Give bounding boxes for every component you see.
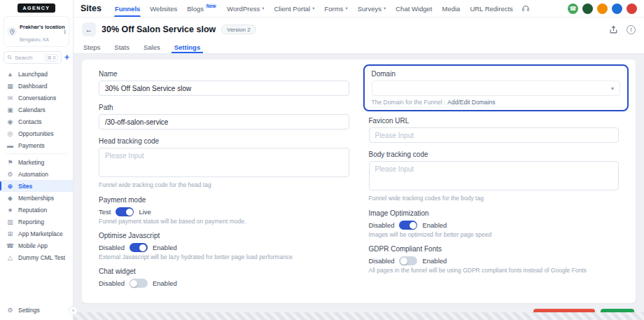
conversations-icon: ✉	[6, 95, 14, 102]
payments-icon: ▬	[6, 142, 14, 149]
search-placeholder: Search	[15, 55, 32, 61]
sidebar-item-contacts[interactable]: ◉Contacts	[0, 116, 73, 127]
sidebar-item-payments[interactable]: ▬Payments	[0, 139, 73, 151]
phone-icon[interactable]: ☎	[568, 4, 578, 14]
search-shortcut: ⌘ K	[45, 54, 58, 62]
search-icon	[7, 55, 13, 60]
body-tracking-textarea[interactable]	[369, 161, 620, 190]
chat-widget-label: Chat widget	[99, 267, 349, 275]
head-tracking-textarea[interactable]	[99, 148, 349, 177]
toggle-off-label: Test	[99, 208, 111, 216]
sidebar-collapse-button[interactable]: ‹	[69, 306, 78, 315]
sidebar-nav: ▲Launchpad ▦Dashboard ✉Conversations ▣Ca…	[0, 67, 73, 302]
new-badge: New	[205, 4, 217, 8]
agency-logo: AGENCY	[18, 4, 56, 13]
toggle-knob	[130, 280, 137, 287]
test-icon: △	[6, 254, 14, 261]
share-icon[interactable]	[609, 25, 618, 34]
toggle-on-label: Enabled	[153, 279, 177, 287]
sidebar-item-reporting[interactable]: ▥Reporting	[0, 216, 73, 228]
tab-surveys[interactable]: Surveys▾	[353, 0, 391, 17]
tab-wordpress[interactable]: WordPress▾	[222, 0, 269, 17]
avatar[interactable]	[582, 4, 593, 14]
launchpad-icon: ▲	[6, 71, 14, 78]
sites-icon: ⊕	[6, 183, 14, 190]
tab-blogs[interactable]: BlogsNew	[182, 0, 222, 17]
tab-sales[interactable]: Sales	[136, 41, 167, 53]
chat-widget-toggle[interactable]	[130, 279, 148, 288]
tab-settings[interactable]: Settings	[167, 41, 207, 53]
support-headset-icon[interactable]	[521, 4, 531, 14]
sidebar-item-marketing[interactable]: ⚑Marketing	[0, 156, 73, 168]
funnel-name-input[interactable]	[99, 81, 349, 96]
funnel-path-input[interactable]	[99, 114, 349, 130]
chevron-down-icon: ▾	[262, 6, 264, 11]
avatar[interactable]	[597, 4, 608, 14]
location-switcher[interactable]: Prakhar's location Bengaluru, KA ▴▾	[4, 16, 69, 47]
tab-url-redirects[interactable]: URL Redirects	[465, 0, 517, 17]
favicon-url-input[interactable]	[369, 127, 620, 143]
chevron-down-icon: ▾	[611, 85, 614, 92]
location-name: Prakhar's location	[20, 24, 65, 30]
sidebar-item-memberships[interactable]: ◆Memberships	[0, 192, 73, 204]
sidebar-item-label: App Marketplace	[18, 230, 63, 237]
tab-media[interactable]: Media	[438, 0, 465, 17]
gear-icon: ⚙	[6, 307, 14, 314]
sidebar-item-label: Reporting	[18, 218, 44, 225]
reporting-icon: ▥	[6, 218, 14, 225]
gdpr-fonts-toggle[interactable]	[399, 256, 417, 265]
toggle-on-label: Live	[139, 208, 150, 216]
funnel-header: ← 30% Off Salon Service slow Version 2 !	[74, 18, 644, 41]
quick-add-icon[interactable]: +	[64, 53, 69, 62]
version-badge: Version 2	[221, 25, 255, 34]
sidebar-item-dashboard[interactable]: ▦Dashboard	[0, 80, 73, 92]
sidebar-item-dummy-cml-test[interactable]: △Dummy CML Test	[0, 251, 73, 263]
sidebar-item-label: Opportunities	[18, 130, 54, 137]
tab-steps[interactable]: Steps	[82, 41, 107, 53]
sidebar-item-label: Marketing	[18, 159, 44, 166]
sidebar-item-launchpad[interactable]: ▲Launchpad	[0, 68, 73, 80]
memberships-icon: ◆	[6, 195, 14, 202]
sidebar-item-opportunities[interactable]: ◎Opportunities	[0, 127, 73, 139]
avatar[interactable]	[612, 4, 622, 14]
sidebar-item-label: Conversations	[18, 95, 56, 102]
toggle-off-label: Disabled	[369, 257, 395, 265]
sidebar-item-label: Reputation	[18, 207, 47, 214]
alert-icon[interactable]: !	[626, 25, 636, 34]
sidebar-item-settings[interactable]: ⚙Settings	[0, 304, 73, 316]
body-tracking-label: Body tracking code	[369, 151, 620, 158]
sidebar-item-label: Contacts	[18, 118, 42, 125]
favicon-url-label: Favicon URL	[369, 117, 620, 125]
sidebar-item-mobile-app[interactable]: ☎Mobile App	[0, 239, 73, 251]
domain-helper: The Domain for the Funnel :Add/Edit Doma…	[372, 99, 621, 106]
sidebar-item-sites[interactable]: ⊕Sites	[0, 180, 73, 192]
sidebar-item-app-marketplace[interactable]: ⊞App Marketplace	[0, 228, 73, 239]
sidebar-item-conversations[interactable]: ✉Conversations	[0, 92, 73, 104]
tab-websites[interactable]: Websites	[145, 0, 182, 17]
add-edit-domains-link[interactable]: Add/Edit Domains	[447, 99, 495, 106]
marketplace-icon: ⊞	[6, 230, 14, 237]
tab-forms[interactable]: Forms▾	[319, 0, 352, 17]
location-region: Bengaluru, KA	[20, 37, 49, 42]
sidebar-item-reputation[interactable]: ★Reputation	[0, 204, 73, 216]
header-avatars: ☎	[568, 4, 637, 14]
back-button[interactable]: ←	[82, 22, 96, 36]
optimise-javascript-label: Optimise Javascript	[99, 232, 349, 239]
tab-client-portal[interactable]: Client Portal▾	[269, 0, 319, 17]
search-input[interactable]: Search ⌘ K	[4, 51, 62, 64]
tab-chat-widget[interactable]: Chat Widget	[391, 0, 437, 17]
tab-stats[interactable]: Stats	[107, 41, 136, 53]
sidebar-item-calendars[interactable]: ▣Calendars	[0, 104, 73, 116]
sidebar-item-automation[interactable]: ⚙Automation	[0, 168, 73, 180]
dashboard-icon: ▦	[6, 83, 14, 90]
body-tracking-helper: Funnel wide tracking codes for the body …	[369, 195, 620, 202]
optimise-javascript-toggle[interactable]	[130, 243, 148, 252]
avatar[interactable]	[626, 4, 637, 14]
payment-mode-toggle[interactable]	[115, 207, 134, 216]
tab-funnels[interactable]: Funnels	[110, 0, 145, 17]
domain-select[interactable]: ▾	[372, 81, 621, 96]
toggle-on-label: Enabled	[422, 221, 447, 229]
sidebar-item-label: Automation	[18, 171, 48, 178]
image-optimization-toggle[interactable]	[399, 221, 417, 230]
head-tracking-label: Head tracking code	[99, 137, 349, 145]
